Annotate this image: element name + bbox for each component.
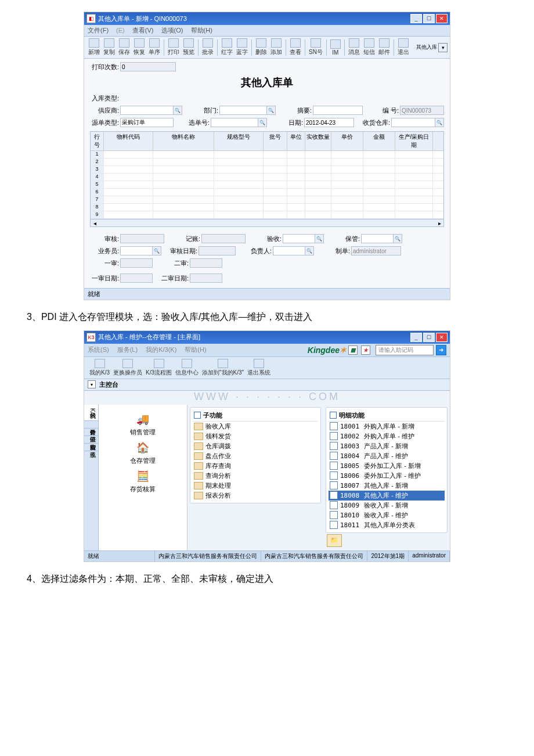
vtab-1[interactable]: 财务会计 bbox=[84, 421, 98, 429]
tool-批录[interactable]: 批录 bbox=[202, 38, 214, 56]
module-dropdown[interactable]: 其他入库 ▾ bbox=[416, 43, 448, 52]
lookup-icon[interactable]: 🔍 bbox=[258, 118, 267, 127]
tool-添加[interactable]: 添加 bbox=[270, 38, 282, 56]
lookup-icon[interactable]: 🔍 bbox=[266, 106, 276, 115]
head-input[interactable] bbox=[273, 246, 305, 255]
summary-input[interactable] bbox=[313, 106, 363, 115]
tool-打印[interactable]: 打印 bbox=[168, 38, 179, 56]
table-row[interactable]: 9 bbox=[91, 211, 443, 219]
inspect-input[interactable] bbox=[283, 234, 315, 243]
menu-help[interactable]: 帮助(H) bbox=[191, 27, 212, 34]
lookup-icon[interactable]: 🔍 bbox=[315, 234, 324, 243]
nav-存货核算[interactable]: 🧮存货核算 bbox=[102, 469, 183, 494]
tool-复制[interactable]: 复制 bbox=[103, 38, 115, 56]
table-row[interactable]: 8 bbox=[91, 204, 443, 211]
dept-input[interactable] bbox=[219, 106, 267, 115]
tool-add[interactable]: 添加到"我的K/3" bbox=[202, 359, 244, 377]
detail-item[interactable]: 18010验收入库 - 维护 bbox=[329, 510, 445, 520]
nav-仓存管理[interactable]: 🏠仓存管理 bbox=[102, 440, 183, 465]
rcvwh-input[interactable] bbox=[391, 118, 435, 127]
keeper-input[interactable] bbox=[361, 234, 394, 243]
sub-item[interactable]: 验收入库 bbox=[193, 422, 318, 431]
nav-销售管理[interactable]: 🚚销售管理 bbox=[102, 412, 183, 437]
menu-myk3[interactable]: 我的K/3(K) bbox=[146, 345, 176, 354]
sub-item[interactable]: 查询分析 bbox=[193, 471, 318, 481]
table-row[interactable]: 1 bbox=[91, 151, 443, 159]
tool-消息[interactable]: 消息 bbox=[348, 38, 360, 56]
sub-item[interactable]: 领料发货 bbox=[193, 431, 318, 441]
tool-查看[interactable]: 查看 bbox=[290, 38, 301, 56]
tool-新增[interactable]: 新增 bbox=[88, 38, 100, 56]
detail-item[interactable]: 18003产品入库 - 新增 bbox=[329, 441, 445, 451]
detail-item[interactable]: 18001外购入库单 - 新增 bbox=[329, 422, 445, 431]
table-row[interactable]: 6 bbox=[91, 189, 443, 196]
menu-view[interactable]: 查看(V) bbox=[132, 27, 154, 34]
table-row[interactable]: 4 bbox=[91, 174, 443, 181]
lookup-icon[interactable]: 🔍 bbox=[435, 118, 444, 127]
tool-flow[interactable]: K/3流程图 bbox=[146, 359, 172, 377]
sales-input[interactable] bbox=[120, 246, 153, 255]
tool-IM[interactable]: IM bbox=[330, 39, 341, 56]
chevron-down-icon[interactable]: ▾ bbox=[88, 380, 96, 388]
folder-icon[interactable]: 📁 bbox=[327, 534, 342, 547]
detail-item[interactable]: 18008其他入库 - 维护 bbox=[329, 491, 445, 501]
vtab-3[interactable]: 商业智能 bbox=[84, 436, 98, 444]
tool-exit[interactable]: 退出系统 bbox=[247, 359, 270, 377]
menu-sys[interactable]: 系统(S) bbox=[88, 345, 109, 354]
tool-保存[interactable]: 保存 bbox=[118, 38, 130, 56]
lookup-icon[interactable]: 🔍 bbox=[173, 106, 182, 115]
tool-单序[interactable]: 单序 bbox=[149, 38, 160, 56]
menu-help[interactable]: 帮助(H) bbox=[185, 345, 206, 354]
go-button[interactable]: ➜ bbox=[436, 345, 446, 355]
sub-item[interactable]: 库存查询 bbox=[193, 461, 318, 471]
supplier-input[interactable] bbox=[120, 106, 174, 115]
menu-svc[interactable]: 服务(L) bbox=[117, 345, 138, 354]
srctype-input[interactable]: 采购订单 bbox=[120, 118, 174, 127]
tool-红字[interactable]: 红字 bbox=[221, 38, 233, 56]
minimize-button[interactable]: _ bbox=[410, 14, 422, 23]
tool-删除[interactable]: 删除 bbox=[255, 38, 267, 56]
tool-邮件[interactable]: 邮件 bbox=[378, 38, 390, 56]
detail-item[interactable]: 18005委外加工入库 - 新增 bbox=[329, 461, 445, 471]
detail-item[interactable]: 18002外购入库单 - 维护 bbox=[329, 431, 445, 441]
tool-退出[interactable]: 退出 bbox=[398, 38, 409, 56]
fav-icon[interactable]: ★ bbox=[361, 345, 370, 355]
sub-item[interactable]: 期末处理 bbox=[193, 481, 318, 491]
tool-SN号[interactable]: SN号 bbox=[309, 38, 323, 56]
tool-myk3[interactable]: 我的K/3 bbox=[89, 359, 110, 377]
sub-item[interactable]: 仓库调拨 bbox=[193, 441, 318, 451]
close-button[interactable]: ✕ bbox=[436, 333, 448, 342]
detail-item[interactable]: 18007其他入库 - 新增 bbox=[329, 481, 445, 491]
vtab-2[interactable]: 供应链 bbox=[84, 429, 98, 436]
table-row[interactable]: 2 bbox=[91, 159, 443, 166]
sub-item[interactable]: 报表分析 bbox=[193, 491, 318, 501]
tool-蓝字[interactable]: 蓝字 bbox=[236, 38, 248, 56]
tool-info[interactable]: 信息中心 bbox=[175, 359, 199, 377]
maximize-button[interactable]: ☐ bbox=[423, 14, 435, 23]
table-row[interactable]: 3 bbox=[91, 166, 443, 174]
h-scrollbar[interactable]: ◂▸ bbox=[91, 219, 443, 226]
selectno-input[interactable] bbox=[211, 118, 258, 127]
tool-预览[interactable]: 预览 bbox=[183, 38, 194, 56]
menu-option[interactable]: 选项(O) bbox=[161, 27, 183, 34]
table-row[interactable]: 7 bbox=[91, 196, 443, 204]
lookup-icon[interactable]: 🔍 bbox=[305, 246, 314, 255]
tool-短信[interactable]: 短信 bbox=[363, 38, 375, 56]
lookup-icon[interactable]: 🔍 bbox=[393, 234, 402, 243]
vtab-4[interactable]: 系统 bbox=[84, 444, 98, 451]
detail-item[interactable]: 18011其他入库单分类表 bbox=[329, 520, 445, 530]
square-icon[interactable]: ▦ bbox=[348, 345, 358, 355]
detail-item[interactable]: 18006委外加工入库 - 维护 bbox=[329, 471, 445, 481]
table-row[interactable]: 5 bbox=[91, 181, 443, 189]
vtab-0[interactable]: 我的K/3 bbox=[84, 405, 98, 421]
detail-item[interactable]: 18004产品入库 - 维护 bbox=[329, 451, 445, 461]
close-button[interactable]: ✕ bbox=[436, 14, 448, 23]
detail-item[interactable]: 18009验收入库 - 新增 bbox=[329, 501, 445, 510]
sub-item[interactable]: 盘点作业 bbox=[193, 451, 318, 461]
date-input[interactable]: 2012-04-23 bbox=[304, 118, 354, 127]
maximize-button[interactable]: ☐ bbox=[423, 333, 435, 342]
tool-恢复[interactable]: 恢复 bbox=[134, 38, 145, 56]
help-input[interactable]: 请输入助记码 bbox=[376, 345, 434, 355]
minimize-button[interactable]: _ bbox=[410, 333, 422, 342]
menu-file[interactable]: 文件(F) bbox=[88, 27, 109, 34]
